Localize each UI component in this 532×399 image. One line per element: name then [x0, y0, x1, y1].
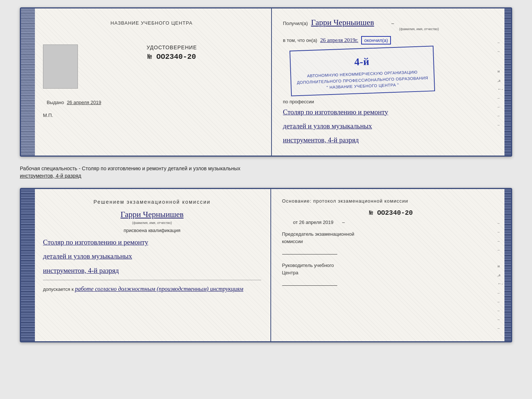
- right-margin-marks-bottom: – – – – и ,а ←- – – – – –: [497, 218, 503, 332]
- divider: [43, 280, 261, 280]
- cert-info: УДОСТОВЕРЕНИЕ № OO2340-20: [83, 44, 260, 61]
- right-margin-marks: – – и ,а ←- – – – –: [497, 38, 503, 129]
- mp-label: М.П.: [43, 113, 53, 118]
- rukovoditel-signature: [282, 279, 337, 286]
- predsedatel-line2: комиссии: [282, 238, 500, 245]
- cert-number: № OO2340-20: [83, 53, 260, 61]
- vydano-label: Выдано: [47, 100, 64, 105]
- po-professii-label: по профессии: [283, 99, 500, 104]
- stamp-block: 4-й АВТОНОМНУЮ НЕКОММЕРЧЕСКУЮ ОРГАНИЗАЦИ…: [290, 48, 500, 94]
- top-document: НАЗВАНИЕ УЧЕБНОГО ЦЕНТРА УДОСТОВЕРЕНИЕ №…: [20, 7, 512, 157]
- vtom-prefix: в том, что он(а): [283, 38, 317, 43]
- bottom-document: Решением экзаменационной комиссии Гарри …: [20, 188, 512, 342]
- profession-line2: деталей и узлов музыкальных: [283, 120, 500, 132]
- prisvoena-label: присвоена квалификация: [43, 228, 261, 233]
- profession-line3: инструментов, 4-й разряд: [283, 134, 500, 146]
- received-line: Получил(а) Гарри Черныишев – (фамилия, и…: [283, 18, 500, 31]
- recipient-name: Гарри Черныишев: [311, 18, 374, 27]
- qual-line1: Столяр по изготовлению и ремонту: [43, 236, 261, 249]
- predsedatel-line1: Председатель экзаменационной: [282, 231, 500, 238]
- dopuskaetsya-prefix: допускается к: [43, 286, 73, 292]
- protocol-number: № OO2340-20: [282, 209, 500, 217]
- bottom-doc-left: Решением экзаменационной комиссии Гарри …: [21, 189, 271, 341]
- vydano-date: 26 апреля 2019: [67, 100, 101, 105]
- resheniyem-title: Решением экзаменационной комиссии: [43, 198, 261, 206]
- ot-date-value: 26 апреля 2019: [299, 220, 334, 225]
- rukovoditel-line1: Руководитель учебного: [282, 262, 500, 269]
- qual-line2: деталей и узлов музыкальных: [43, 250, 261, 263]
- profession-block: Столяр по изготовлению и ремонту деталей…: [283, 106, 500, 147]
- dopuskaetsya-italic: работе согласно должностным (производств…: [75, 286, 243, 292]
- bottom-name-sub: (фамилия, имя, отчество): [43, 221, 261, 225]
- udostoverenie-block: УДОСТОВЕРЕНИЕ № OO2340-20: [43, 44, 260, 89]
- osnovanie-text: Основание: протокол экзаменационной коми…: [282, 198, 500, 204]
- predsedatel-signature: [282, 248, 337, 254]
- name-sub-label: (фамилия, имя, отчество): [338, 27, 500, 31]
- bottom-name-block: Гарри Черныишев (фамилия, имя, отчество): [43, 210, 261, 225]
- stamp-box: 4-й АВТОНОМНУЮ НЕКОММЕРЧЕСКУЮ ОРГАНИЗАЦИ…: [290, 46, 435, 96]
- dopuskaetsya-block: допускается к работе согласно должностны…: [43, 286, 261, 292]
- vtom-line: в том, что он(а) 26 апреля 2019г. окончи…: [283, 36, 500, 44]
- top-doc-right: Получил(а) Гарри Черныишев – (фамилия, и…: [272, 8, 511, 156]
- received-prefix: Получил(а): [283, 21, 308, 26]
- bottom-doc-right: Основание: протокол экзаменационной коми…: [271, 189, 511, 341]
- predsedatel-block: Председатель экзаменационной комиссии: [282, 231, 500, 254]
- qualification-block: Столяр по изготовлению и ремонту деталей…: [43, 236, 261, 277]
- qual-line3: инструментов, 4-й разряд: [43, 264, 261, 277]
- bottom-name: Гарри Черныишев: [43, 210, 261, 219]
- separator-underline: инструментов, 4-й разряд: [20, 173, 81, 179]
- mp-block: М.П.: [43, 113, 260, 118]
- rukovoditel-block: Руководитель учебного Центра: [282, 262, 500, 286]
- top-doc-left: НАЗВАНИЕ УЧЕБНОГО ЦЕНТРА УДОСТОВЕРЕНИЕ №…: [21, 8, 272, 156]
- photo-placeholder: [43, 44, 78, 89]
- separator-normal: Рабочая специальность - Столяр по изгото…: [20, 165, 240, 171]
- ot-prefix: от: [293, 220, 298, 225]
- cert-title: УДОСТОВЕРЕНИЕ: [83, 44, 260, 50]
- profession-line1: Столяр по изготовлению и ремонту: [283, 106, 500, 118]
- vtom-okonchil: окончил(а): [361, 36, 391, 44]
- center-title-text: НАЗВАНИЕ УЧЕБНОГО ЦЕНТРА: [111, 20, 193, 26]
- vtom-date: 26 апреля 2019г.: [320, 37, 358, 43]
- rukovoditel-line2: Центра: [282, 269, 500, 277]
- vydano-block: Выдано 26 апреля 2019: [43, 100, 260, 105]
- top-left-center-title: НАЗВАНИЕ УЧЕБНОГО ЦЕНТРА: [43, 19, 260, 26]
- separator-text: Рабочая специальность - Столяр по изгото…: [20, 163, 512, 181]
- stamp-big-text: 4-й: [296, 52, 428, 72]
- ot-date: от 26 апреля 2019 –: [293, 220, 500, 225]
